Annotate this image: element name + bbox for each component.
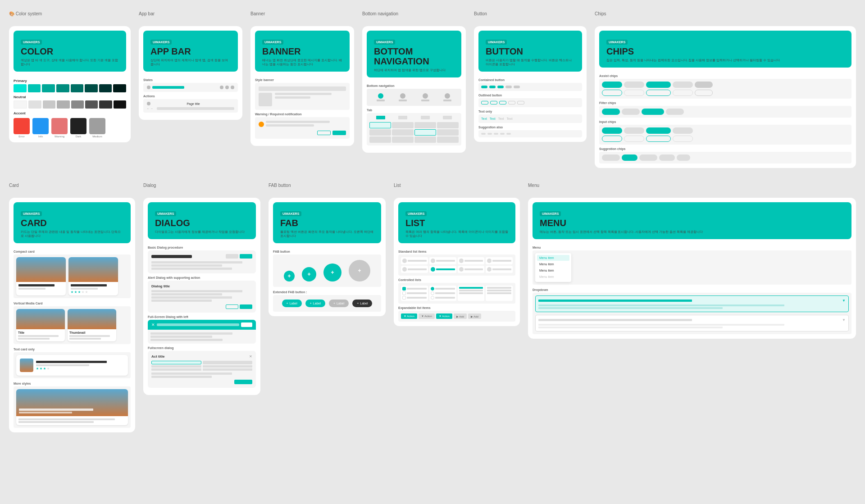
ext-fab-4[interactable]: + Label (352, 300, 372, 307)
radio-3[interactable] (431, 296, 434, 300)
input-chip-3[interactable] (646, 127, 671, 134)
close-icon[interactable]: ✕ (151, 322, 155, 327)
chip-3[interactable] (646, 82, 671, 88)
dialog-ok-btn[interactable] (240, 254, 252, 259)
btn-mock-1[interactable] (481, 86, 487, 88)
fab-sm[interactable]: + (284, 271, 295, 282)
ext-fab-2[interactable]: + Label (305, 300, 325, 307)
fullscreen-close-icon[interactable]: ✕ (249, 354, 252, 359)
list-item-8[interactable] (486, 266, 513, 273)
input-chip-4[interactable] (673, 127, 693, 134)
sugg-chip-5[interactable] (677, 154, 690, 161)
alert-ok[interactable] (240, 304, 252, 309)
input-chip-7[interactable] (646, 136, 671, 142)
tab-2[interactable] (398, 116, 407, 119)
checkbox-3[interactable] (402, 296, 406, 300)
outline-btn-4[interactable] (508, 101, 515, 104)
tab-1[interactable] (376, 116, 385, 119)
menu-item-active[interactable]: Menu item (537, 255, 569, 261)
ctrl-list-item-1[interactable] (401, 286, 428, 301)
btn-mock-5[interactable] (514, 86, 520, 88)
banner-ok-btn[interactable] (332, 131, 346, 135)
btn-mock-3[interactable] (497, 86, 504, 88)
checkbox-1[interactable] (402, 287, 406, 291)
text-btn-3[interactable]: Text (498, 117, 504, 120)
checkbox-2[interactable] (402, 291, 406, 295)
chip-8[interactable] (646, 90, 671, 96)
list-item-3[interactable] (458, 257, 485, 264)
menu-item-2[interactable]: Menu item (537, 268, 569, 273)
sugg-chip-3[interactable] (639, 154, 657, 161)
radio-2[interactable] (431, 291, 434, 295)
input-chip-6[interactable] (624, 136, 644, 142)
sugg-chip-4[interactable] (659, 154, 675, 161)
input-chip-5[interactable] (602, 136, 622, 142)
nav-item-2[interactable] (399, 93, 407, 101)
outline-btn-3[interactable] (499, 101, 506, 104)
filter-chip-3[interactable] (642, 109, 664, 115)
fullscreen-save[interactable] (241, 322, 252, 327)
chip-10[interactable] (695, 90, 713, 96)
list-item-1[interactable] (401, 257, 428, 264)
exp-btn-4[interactable]: ▶ Add (454, 313, 467, 319)
banner-cancel-btn[interactable] (317, 131, 331, 135)
fab-lg[interactable]: + (323, 263, 341, 282)
ext-fab-1[interactable]: + Label (282, 300, 302, 307)
input-chip-1[interactable] (602, 127, 622, 134)
filter-chip-4[interactable] (666, 109, 684, 115)
input-chip-2[interactable] (624, 127, 644, 134)
dialog-cancel-btn[interactable] (226, 254, 238, 259)
outline-btn-5[interactable] (517, 101, 524, 104)
exp-btn-3[interactable]: ▼ Action (436, 313, 452, 319)
nav-item-1[interactable] (377, 93, 385, 101)
btn-mock-2[interactable] (489, 86, 496, 88)
text-btn-4[interactable]: Text (507, 117, 513, 120)
text-btn-1[interactable]: Text (481, 117, 487, 120)
fullscreen-action-btn[interactable] (234, 380, 252, 384)
sugg-btn-1[interactable] (481, 133, 486, 135)
fab-md[interactable]: + (302, 267, 316, 282)
outline-btn-1[interactable] (481, 101, 488, 104)
chip-7[interactable] (624, 90, 644, 96)
filter-chip-1[interactable] (602, 109, 620, 115)
chip-9[interactable] (673, 90, 693, 96)
text-btn-2[interactable]: Text (490, 117, 496, 120)
nav-item-3[interactable] (421, 93, 429, 101)
chip-4[interactable] (673, 82, 693, 88)
exp-btn-2[interactable]: ▼ Action (419, 313, 435, 319)
ext-fab-3[interactable]: + Label (329, 300, 349, 307)
list-item-5[interactable] (401, 266, 428, 273)
alert-cancel[interactable] (226, 304, 238, 309)
sugg-btn-3[interactable] (494, 133, 498, 135)
chip-6[interactable] (602, 90, 622, 96)
radio-1[interactable] (431, 287, 434, 291)
filter-chip-2[interactable] (622, 109, 640, 115)
list-item-4[interactable] (486, 257, 513, 264)
exp-btn-1[interactable]: ▼ Action (401, 313, 417, 319)
appbar-header: UIMAKERS APP BAR 상단에 위치하여 앱의 제목이나 탐색 탭, … (143, 31, 238, 72)
sugg-btn-4[interactable] (500, 133, 505, 135)
sugg-btn-2[interactable] (487, 133, 492, 135)
ctrl-list-item-2[interactable] (429, 286, 456, 301)
tab-3[interactable] (421, 116, 430, 119)
menu-item-1[interactable]: Menu item (537, 261, 569, 267)
btn-mock-4[interactable] (505, 86, 512, 88)
fab-xl[interactable]: + (349, 260, 370, 282)
chevron-down-icon[interactable]: ▼ (842, 299, 846, 303)
list-item-7[interactable] (458, 266, 485, 273)
tab-4[interactable] (443, 116, 452, 119)
exp-btn-5[interactable]: ▶ Add (468, 313, 481, 319)
neutral-swatches (14, 100, 126, 109)
sugg-chip-2[interactable] (622, 154, 637, 161)
sugg-chip-1[interactable] (602, 154, 620, 161)
input-chip-8[interactable] (673, 136, 693, 142)
chip-5[interactable] (695, 82, 713, 88)
list-item-2[interactable] (429, 257, 456, 264)
nav-item-4[interactable] (443, 93, 451, 101)
outline-btn-2[interactable] (490, 101, 497, 104)
sugg-btn-5[interactable] (506, 133, 511, 135)
chevron-down-icon-2[interactable]: ▼ (842, 318, 846, 322)
chip-1[interactable] (602, 82, 622, 88)
list-item-6[interactable] (429, 266, 456, 273)
chip-2[interactable] (624, 82, 644, 88)
